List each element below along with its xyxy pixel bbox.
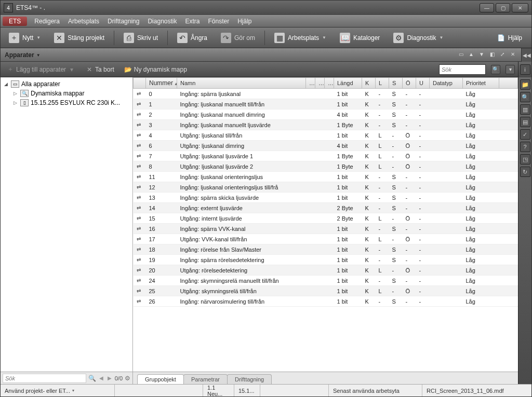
table-row[interactable]: ⇄2Ingång: ljuskanal manuell dimring4 bit… <box>134 109 518 120</box>
workspace-button[interactable]: ▦ Arbetsplats ▼ <box>269 31 331 45</box>
panel-close-icon[interactable]: ✕ <box>509 51 517 59</box>
col-s[interactable]: S <box>389 78 403 89</box>
table-row[interactable]: ⇄3Ingång: ljuskanal manuellt ljusvärde1 … <box>134 120 518 130</box>
col-icon[interactable] <box>134 78 146 89</box>
maximize-button[interactable]: ▢ <box>496 3 510 12</box>
col-l[interactable]: L <box>376 78 389 89</box>
table-row[interactable]: ⇄4Utgång: ljuskanal till/från1 bitKL-Ö-L… <box>134 130 518 141</box>
menu-redigera[interactable]: Redigera <box>30 16 64 26</box>
side-clip-icon[interactable]: ◳ <box>520 154 530 165</box>
expand-icon[interactable]: ▷ <box>12 91 18 96</box>
side-history-icon[interactable]: ↻ <box>520 167 530 177</box>
chevron-down-icon[interactable]: ▼ <box>36 53 41 58</box>
status-cell-1[interactable]: 1.1 Neu... <box>203 385 234 396</box>
search-icon[interactable]: 🔍 <box>88 375 96 382</box>
collapse-icon[interactable]: ◢ <box>3 81 9 87</box>
side-folder-icon[interactable]: 📁 <box>520 79 530 90</box>
table-row[interactable]: ⇄19Ingång: spärra rörelsedetektering1 bi… <box>134 255 518 265</box>
redo-button[interactable]: ↷ Gör om <box>216 31 260 45</box>
table-row[interactable]: ⇄25Utgång: skymningsrelä till/från1 bitK… <box>134 286 518 296</box>
tab-drifttagning[interactable]: Drifttagning <box>227 374 272 384</box>
menu-ets[interactable]: ETS <box>3 17 27 26</box>
col-dots3[interactable]: … <box>325 78 334 89</box>
table-row[interactable]: ⇄15Utgång: internt ljusvärde2 ByteKL-Ö-L… <box>134 213 518 224</box>
table-row[interactable]: ⇄11Ingång: ljuskanal orienteringsljus1 b… <box>134 172 518 182</box>
side-info-icon[interactable]: i <box>520 64 530 75</box>
catalogs-button[interactable]: 📖 Kataloger <box>335 31 385 45</box>
menu-arbetsplats[interactable]: Arbetsplats <box>64 16 103 26</box>
menu-diagnostik[interactable]: Diagnostik <box>143 16 181 26</box>
tree-node-device[interactable]: ▷ ▯ 15.15.255 ESYLUX RC 230i K... <box>3 98 130 107</box>
table-row[interactable]: ⇄1Ingång: ljuskanal manuellt till/från1 … <box>134 99 518 109</box>
table-row[interactable]: ⇄6Utgång: ljuskanal dimring4 bitKL-Ö-Låg <box>134 141 518 151</box>
add-devices-button[interactable]: ＋ Lägg till apparater ▾ <box>4 64 78 75</box>
settings-icon[interactable]: ⚙ <box>125 375 130 382</box>
table-row[interactable]: ⇄16Ingång: spärra VVK-kanal1 bitK-S--Låg <box>134 224 518 234</box>
panel-down-icon[interactable]: ▼ <box>477 51 486 59</box>
col-u[interactable]: U <box>416 78 430 89</box>
tab-parametrar[interactable]: Parametrar <box>183 374 228 384</box>
menu-fonster[interactable]: Fönster <box>204 16 234 26</box>
delete-button[interactable]: ✕ Ta bort <box>83 64 117 75</box>
table-row[interactable]: ⇄0Ingång: spärra ljuskanal1 bitK-S--Låg <box>134 89 518 99</box>
status-workspace[interactable]: Senast använda arbetsyta <box>329 385 422 396</box>
next-icon[interactable]: ▶ <box>107 375 113 381</box>
status-file[interactable]: RCI_Screen_2013_11_06.mdf <box>422 385 531 396</box>
col-datatyp[interactable]: Datatyp <box>430 78 463 89</box>
tab-gruppobjekt[interactable]: Gruppobjekt <box>137 374 184 384</box>
titlebar[interactable]: 4 ETS4™ - . — ▢ ✕ <box>1 1 531 15</box>
tree-search-input[interactable] <box>3 374 86 383</box>
diagnostics-button[interactable]: ⚙ Diagnostik ▼ <box>388 31 448 45</box>
table-row[interactable]: ⇄8Utgång: ljuskanal ljusvärde 21 ByteKL-… <box>134 161 518 172</box>
table-row[interactable]: ⇄12Ingång: ljuskanal orienteringsljus ti… <box>134 182 518 193</box>
side-layers-icon[interactable]: ▥ <box>520 104 530 115</box>
panel-split-icon[interactable]: ◧ <box>488 51 496 59</box>
col-o[interactable]: Ö <box>403 78 416 89</box>
search-go-icon[interactable]: 🔍 <box>491 65 500 74</box>
menu-extra[interactable]: Extra <box>181 16 204 26</box>
table-row[interactable]: ⇄7Utgång: ljuskanal ljusvärde 11 ByteKL-… <box>134 151 518 161</box>
minimize-button[interactable]: — <box>480 3 494 12</box>
table-row[interactable]: ⇄24Ingång: skymningsrelä manuellt till/f… <box>134 276 518 286</box>
table-row[interactable]: ⇄26Ingång: närvarosimulering till/från1 … <box>134 296 518 307</box>
table-row[interactable]: ⇄17Utgång: VVK-kanal till/från1 bitKL-Ö-… <box>134 234 518 244</box>
print-button[interactable]: ⎙ Skriv ut <box>118 31 163 45</box>
table-row[interactable]: ⇄13Ingång: spärra skicka ljusvärde1 bitK… <box>134 193 518 203</box>
close-button[interactable]: ✕ <box>512 3 528 12</box>
undo-button[interactable]: ↶ Ångra <box>172 31 212 45</box>
expand-icon[interactable]: ▷ <box>12 100 18 105</box>
status-cell-2[interactable]: 15.1... <box>234 385 260 396</box>
col-namn[interactable]: Namn <box>177 78 306 89</box>
prev-icon[interactable]: ◀ <box>98 375 104 381</box>
col-dots1[interactable]: … <box>306 78 315 89</box>
panel-search-input[interactable] <box>439 64 486 75</box>
table-row[interactable]: ⇄14Ingång: externt ljusvärde2 ByteK-S--L… <box>134 203 518 213</box>
panel-up-icon[interactable]: ▲ <box>467 51 475 59</box>
tree-node-dynamic-folders[interactable]: ▷ 🔍 Dynamiska mappar <box>3 89 130 98</box>
filter-icon[interactable]: ▾ <box>506 65 515 74</box>
help-button[interactable]: 📄 Hjälp <box>491 32 528 44</box>
panel-title[interactable]: Apparater <box>5 51 34 59</box>
tree-node-all-devices[interactable]: ◢ ▭ Alla apparater <box>3 79 130 89</box>
panel-tile-icon[interactable]: ▭ <box>457 51 465 59</box>
col-dots2[interactable]: … <box>315 78 325 89</box>
col-k[interactable]: K <box>362 78 376 89</box>
status-project[interactable]: Använd projekt- eller ET... <box>1 385 115 396</box>
new-button[interactable]: ＋ Nytt ▼ <box>4 31 46 45</box>
new-dynamic-folder-button[interactable]: 📂 Ny dynamisk mapp <box>122 64 190 75</box>
col-nummer[interactable]: Nummer▲ <box>146 78 177 89</box>
side-help-icon[interactable]: ? <box>520 142 530 152</box>
col-langd[interactable]: Längd <box>334 78 362 89</box>
panel-expand-icon[interactable]: ⤢ <box>498 51 507 59</box>
sidebar-collapse-button[interactable]: ◀◀ <box>521 48 531 62</box>
col-pad[interactable] <box>499 78 518 89</box>
menu-hjalp[interactable]: Hjälp <box>233 16 256 26</box>
col-prioritet[interactable]: Prioritet <box>463 78 499 89</box>
side-search-icon[interactable]: 🔍 <box>520 92 530 102</box>
grid-scroll[interactable]: Nummer▲ Namn … … … Längd K L S Ö U Datat… <box>133 77 518 372</box>
side-book-icon[interactable]: ▤ <box>520 117 530 127</box>
table-row[interactable]: ⇄20Utgång: rörelsedetektering1 bitKL-Ö-L… <box>134 265 518 276</box>
menu-drifttagning[interactable]: Drifttagning <box>103 16 143 26</box>
close-project-button[interactable]: ✕ Stäng projekt <box>49 31 110 45</box>
table-row[interactable]: ⇄18Ingång: rörelse från Slav/Master1 bit… <box>134 244 518 255</box>
